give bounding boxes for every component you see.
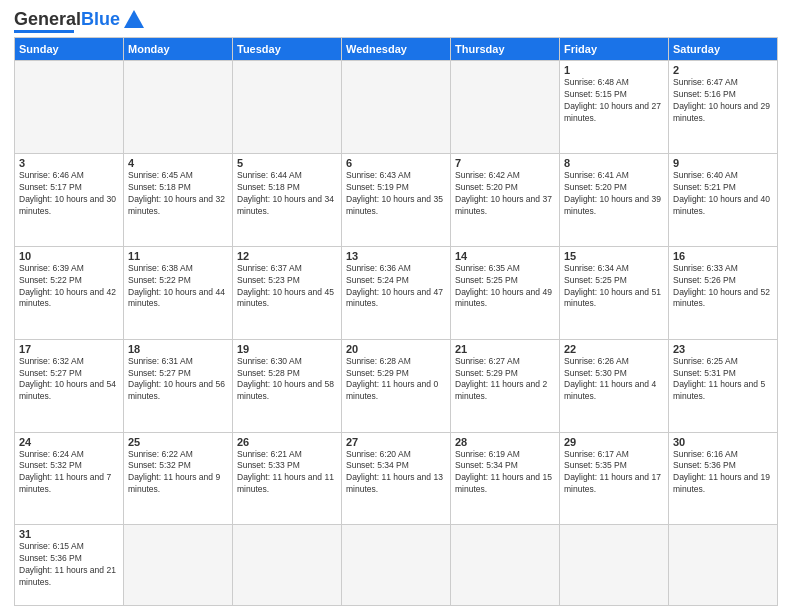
day-number: 30 [673, 436, 773, 448]
calendar-cell: 20Sunrise: 6:28 AMSunset: 5:29 PMDayligh… [342, 339, 451, 432]
calendar-cell [15, 61, 124, 154]
day-number: 10 [19, 250, 119, 262]
day-info: Sunrise: 6:15 AMSunset: 5:36 PMDaylight:… [19, 541, 119, 589]
day-info: Sunrise: 6:33 AMSunset: 5:26 PMDaylight:… [673, 263, 773, 311]
day-info: Sunrise: 6:35 AMSunset: 5:25 PMDaylight:… [455, 263, 555, 311]
logo-underline [14, 30, 74, 33]
calendar-cell: 17Sunrise: 6:32 AMSunset: 5:27 PMDayligh… [15, 339, 124, 432]
day-number: 25 [128, 436, 228, 448]
calendar-cell: 28Sunrise: 6:19 AMSunset: 5:34 PMDayligh… [451, 432, 560, 525]
calendar-cell: 5Sunrise: 6:44 AMSunset: 5:18 PMDaylight… [233, 153, 342, 246]
day-number: 18 [128, 343, 228, 355]
day-info: Sunrise: 6:48 AMSunset: 5:15 PMDaylight:… [564, 77, 664, 125]
calendar-cell [342, 525, 451, 606]
calendar-cell [451, 61, 560, 154]
day-info: Sunrise: 6:39 AMSunset: 5:22 PMDaylight:… [19, 263, 119, 311]
day-info: Sunrise: 6:24 AMSunset: 5:32 PMDaylight:… [19, 449, 119, 497]
calendar-cell [233, 61, 342, 154]
day-number: 20 [346, 343, 446, 355]
calendar-cell: 23Sunrise: 6:25 AMSunset: 5:31 PMDayligh… [669, 339, 778, 432]
day-info: Sunrise: 6:38 AMSunset: 5:22 PMDaylight:… [128, 263, 228, 311]
header: GeneralBlue [14, 10, 778, 33]
calendar-cell: 15Sunrise: 6:34 AMSunset: 5:25 PMDayligh… [560, 246, 669, 339]
day-number: 14 [455, 250, 555, 262]
day-info: Sunrise: 6:28 AMSunset: 5:29 PMDaylight:… [346, 356, 446, 404]
logo-blue: Blue [81, 9, 120, 29]
header-monday: Monday [124, 38, 233, 61]
logo-general: General [14, 9, 81, 29]
day-info: Sunrise: 6:41 AMSunset: 5:20 PMDaylight:… [564, 170, 664, 218]
calendar-cell: 10Sunrise: 6:39 AMSunset: 5:22 PMDayligh… [15, 246, 124, 339]
day-info: Sunrise: 6:32 AMSunset: 5:27 PMDaylight:… [19, 356, 119, 404]
calendar-cell: 6Sunrise: 6:43 AMSunset: 5:19 PMDaylight… [342, 153, 451, 246]
day-number: 13 [346, 250, 446, 262]
calendar-cell [124, 61, 233, 154]
calendar-cell: 16Sunrise: 6:33 AMSunset: 5:26 PMDayligh… [669, 246, 778, 339]
day-number: 19 [237, 343, 337, 355]
day-info: Sunrise: 6:26 AMSunset: 5:30 PMDaylight:… [564, 356, 664, 404]
calendar-cell: 11Sunrise: 6:38 AMSunset: 5:22 PMDayligh… [124, 246, 233, 339]
calendar-cell: 14Sunrise: 6:35 AMSunset: 5:25 PMDayligh… [451, 246, 560, 339]
header-sunday: Sunday [15, 38, 124, 61]
day-info: Sunrise: 6:27 AMSunset: 5:29 PMDaylight:… [455, 356, 555, 404]
day-info: Sunrise: 6:44 AMSunset: 5:18 PMDaylight:… [237, 170, 337, 218]
header-thursday: Thursday [451, 38, 560, 61]
day-number: 17 [19, 343, 119, 355]
day-info: Sunrise: 6:36 AMSunset: 5:24 PMDaylight:… [346, 263, 446, 311]
calendar-cell: 19Sunrise: 6:30 AMSunset: 5:28 PMDayligh… [233, 339, 342, 432]
header-wednesday: Wednesday [342, 38, 451, 61]
day-number: 27 [346, 436, 446, 448]
calendar-cell: 30Sunrise: 6:16 AMSunset: 5:36 PMDayligh… [669, 432, 778, 525]
day-number: 4 [128, 157, 228, 169]
calendar-cell: 13Sunrise: 6:36 AMSunset: 5:24 PMDayligh… [342, 246, 451, 339]
calendar-page: GeneralBlue Sunday Monday Tuesday Wednes… [0, 0, 792, 612]
day-number: 29 [564, 436, 664, 448]
calendar-cell: 24Sunrise: 6:24 AMSunset: 5:32 PMDayligh… [15, 432, 124, 525]
day-info: Sunrise: 6:46 AMSunset: 5:17 PMDaylight:… [19, 170, 119, 218]
day-number: 12 [237, 250, 337, 262]
calendar-cell: 9Sunrise: 6:40 AMSunset: 5:21 PMDaylight… [669, 153, 778, 246]
day-number: 28 [455, 436, 555, 448]
calendar-cell: 31Sunrise: 6:15 AMSunset: 5:36 PMDayligh… [15, 525, 124, 606]
day-number: 2 [673, 64, 773, 76]
calendar-cell: 27Sunrise: 6:20 AMSunset: 5:34 PMDayligh… [342, 432, 451, 525]
day-number: 24 [19, 436, 119, 448]
day-info: Sunrise: 6:20 AMSunset: 5:34 PMDaylight:… [346, 449, 446, 497]
day-info: Sunrise: 6:34 AMSunset: 5:25 PMDaylight:… [564, 263, 664, 311]
day-info: Sunrise: 6:17 AMSunset: 5:35 PMDaylight:… [564, 449, 664, 497]
calendar-cell [342, 61, 451, 154]
day-info: Sunrise: 6:47 AMSunset: 5:16 PMDaylight:… [673, 77, 773, 125]
calendar-cell [669, 525, 778, 606]
calendar-cell: 21Sunrise: 6:27 AMSunset: 5:29 PMDayligh… [451, 339, 560, 432]
calendar-cell: 29Sunrise: 6:17 AMSunset: 5:35 PMDayligh… [560, 432, 669, 525]
day-number: 15 [564, 250, 664, 262]
day-info: Sunrise: 6:42 AMSunset: 5:20 PMDaylight:… [455, 170, 555, 218]
calendar-cell: 3Sunrise: 6:46 AMSunset: 5:17 PMDaylight… [15, 153, 124, 246]
day-number: 6 [346, 157, 446, 169]
calendar-cell: 22Sunrise: 6:26 AMSunset: 5:30 PMDayligh… [560, 339, 669, 432]
day-info: Sunrise: 6:25 AMSunset: 5:31 PMDaylight:… [673, 356, 773, 404]
logo-triangle-icon [124, 10, 144, 28]
day-number: 11 [128, 250, 228, 262]
calendar-cell: 8Sunrise: 6:41 AMSunset: 5:20 PMDaylight… [560, 153, 669, 246]
calendar-cell: 1Sunrise: 6:48 AMSunset: 5:15 PMDaylight… [560, 61, 669, 154]
day-info: Sunrise: 6:31 AMSunset: 5:27 PMDaylight:… [128, 356, 228, 404]
day-info: Sunrise: 6:21 AMSunset: 5:33 PMDaylight:… [237, 449, 337, 497]
day-number: 26 [237, 436, 337, 448]
day-number: 3 [19, 157, 119, 169]
day-info: Sunrise: 6:40 AMSunset: 5:21 PMDaylight:… [673, 170, 773, 218]
logo-area: GeneralBlue [14, 10, 144, 33]
day-number: 8 [564, 157, 664, 169]
calendar-cell: 25Sunrise: 6:22 AMSunset: 5:32 PMDayligh… [124, 432, 233, 525]
calendar-cell: 12Sunrise: 6:37 AMSunset: 5:23 PMDayligh… [233, 246, 342, 339]
day-info: Sunrise: 6:37 AMSunset: 5:23 PMDaylight:… [237, 263, 337, 311]
header-saturday: Saturday [669, 38, 778, 61]
calendar-cell [124, 525, 233, 606]
day-info: Sunrise: 6:16 AMSunset: 5:36 PMDaylight:… [673, 449, 773, 497]
calendar-cell [451, 525, 560, 606]
day-number: 9 [673, 157, 773, 169]
day-number: 5 [237, 157, 337, 169]
calendar-cell: 26Sunrise: 6:21 AMSunset: 5:33 PMDayligh… [233, 432, 342, 525]
day-number: 22 [564, 343, 664, 355]
day-info: Sunrise: 6:43 AMSunset: 5:19 PMDaylight:… [346, 170, 446, 218]
